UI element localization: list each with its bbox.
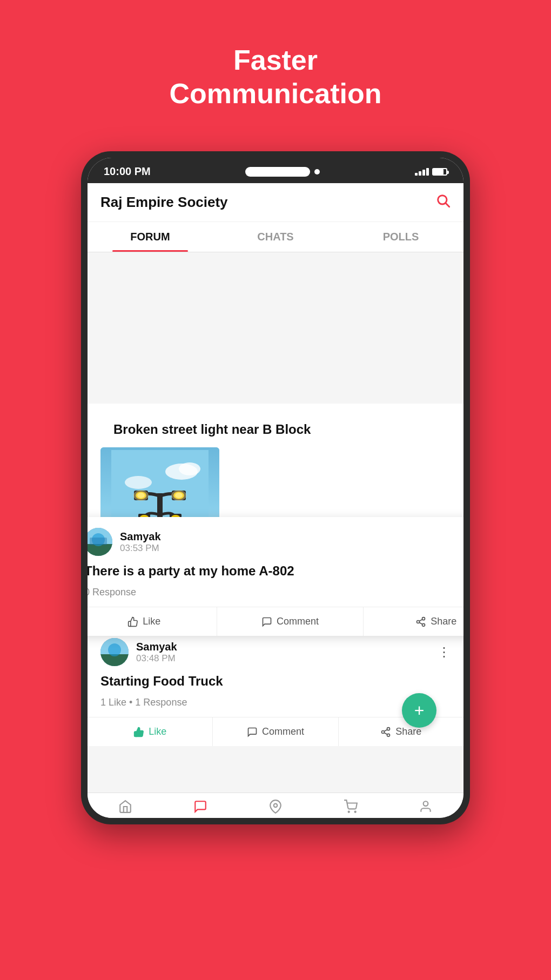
svg-point-38 bbox=[387, 734, 390, 736]
svg-line-39 bbox=[384, 733, 387, 734]
svg-point-13 bbox=[179, 462, 200, 475]
like-button-3[interactable]: Like bbox=[88, 717, 213, 746]
comment-button-3[interactable]: Comment bbox=[213, 717, 338, 746]
tab-chats[interactable]: CHATS bbox=[213, 222, 338, 252]
nav-messages[interactable] bbox=[163, 800, 238, 814]
battery-icon bbox=[432, 168, 447, 176]
bottom-nav bbox=[88, 793, 463, 818]
camera-dot bbox=[314, 169, 320, 174]
nav-shop[interactable] bbox=[313, 800, 388, 814]
post-title-1: There is a party at my home A-802 bbox=[88, 562, 463, 587]
more-options-3[interactable]: ⋮ bbox=[438, 645, 451, 660]
share-button-3[interactable]: Share bbox=[339, 717, 463, 746]
avatar-samyak-3 bbox=[100, 638, 129, 666]
post-title-2: Broken street light near B Block bbox=[100, 414, 451, 443]
forum-content: Samyak 03:53 PM ⋮ There is a party at my… bbox=[88, 252, 463, 793]
svg-point-44 bbox=[424, 801, 428, 806]
post-responses-1: 0 Response bbox=[88, 587, 463, 607]
nav-home[interactable] bbox=[88, 800, 163, 814]
svg-point-22 bbox=[133, 490, 149, 501]
status-time: 10:00 PM bbox=[104, 165, 151, 178]
comment-button-1[interactable]: Comment bbox=[217, 607, 363, 636]
fab-button[interactable]: + bbox=[402, 693, 436, 728]
post-username-1: Samyak bbox=[120, 531, 161, 543]
svg-point-8 bbox=[422, 623, 425, 626]
page-background: Faster Communication 10:00 PM bbox=[0, 0, 551, 980]
nav-profile[interactable] bbox=[388, 800, 463, 814]
post-time-1: 03:53 PM bbox=[120, 543, 161, 554]
tabs-bar: FORUM CHATS POLLS bbox=[88, 222, 463, 252]
svg-line-9 bbox=[419, 622, 422, 624]
dynamic-island bbox=[245, 167, 310, 177]
status-bar: 10:00 PM bbox=[88, 158, 463, 183]
svg-line-1 bbox=[446, 203, 449, 206]
nav-location[interactable] bbox=[238, 800, 313, 814]
svg-point-41 bbox=[274, 804, 278, 808]
svg-line-10 bbox=[419, 619, 422, 621]
avatar-samyak-1 bbox=[88, 528, 112, 556]
like-button-1[interactable]: Like bbox=[88, 607, 217, 636]
share-button-1[interactable]: Share bbox=[364, 607, 463, 636]
signal-icon bbox=[415, 168, 429, 176]
post-actions-1: Like Comment Share bbox=[88, 607, 463, 636]
search-button[interactable] bbox=[435, 193, 451, 212]
post-title-3: Starting Food Truck bbox=[88, 673, 463, 697]
svg-point-7 bbox=[417, 620, 420, 623]
svg-point-43 bbox=[355, 811, 356, 813]
svg-line-40 bbox=[384, 729, 387, 731]
post-time-3: 03:48 PM bbox=[136, 653, 177, 664]
tab-forum[interactable]: FORUM bbox=[88, 222, 213, 252]
svg-point-14 bbox=[125, 476, 152, 489]
phone-mockup: 10:00 PM bbox=[81, 151, 470, 824]
svg-point-23 bbox=[171, 490, 186, 501]
post-card-1: Samyak 03:53 PM ⋮ There is a party at my… bbox=[88, 517, 463, 636]
svg-point-6 bbox=[422, 617, 425, 620]
post-card-3: Samyak 03:48 PM ⋮ Starting Food Truck 1 … bbox=[88, 627, 463, 746]
app-title: Raj Empire Society bbox=[100, 194, 228, 211]
tab-polls[interactable]: POLLS bbox=[338, 222, 463, 252]
svg-point-35 bbox=[108, 643, 121, 656]
page-title: Faster Communication bbox=[0, 0, 551, 111]
post-username-3: Samyak bbox=[136, 641, 177, 653]
svg-point-37 bbox=[382, 730, 385, 733]
status-icons bbox=[415, 168, 447, 176]
svg-rect-5 bbox=[90, 538, 107, 545]
svg-point-42 bbox=[348, 811, 350, 813]
svg-point-36 bbox=[387, 728, 390, 730]
app-header: Raj Empire Society bbox=[88, 183, 463, 222]
